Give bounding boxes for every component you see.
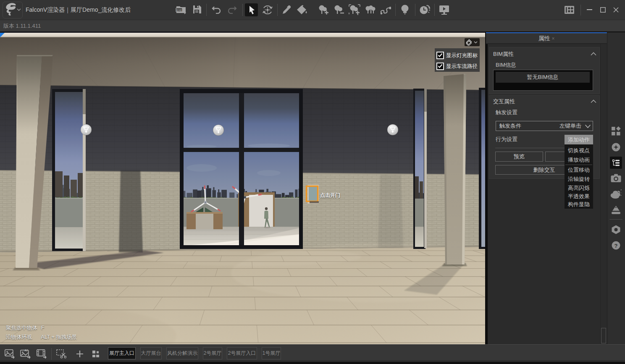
svg-text:?: ? <box>614 243 618 249</box>
svg-text:EXE: EXE <box>176 9 182 12</box>
